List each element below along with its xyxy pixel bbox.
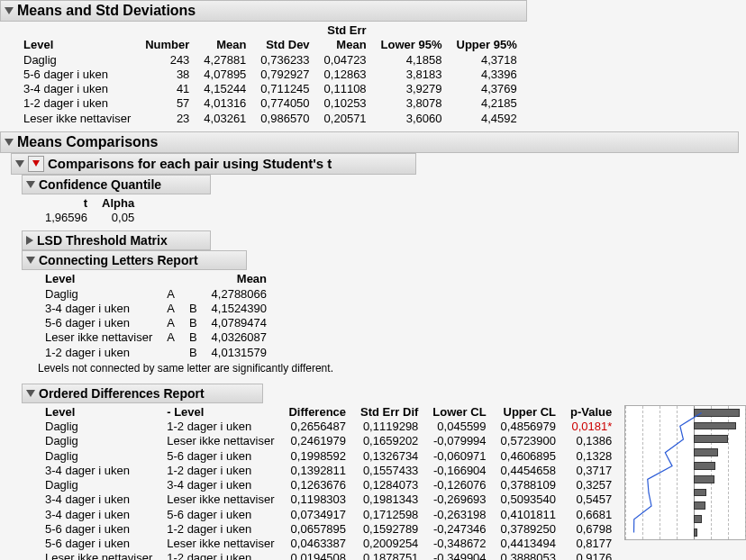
disclosure-icon[interactable]	[26, 181, 35, 188]
cell-diff: 0,0463387	[281, 537, 353, 551]
cell-level: 3-4 dager i uken	[38, 492, 159, 507]
cell-mean: 4,2788066	[205, 287, 274, 302]
cell-letter-a: A	[159, 302, 182, 316]
disclosure-icon[interactable]	[26, 390, 35, 397]
conf-quant-table: t Alpha 1,96596 0,05	[38, 196, 141, 226]
cell-sed: 0,1659202	[353, 434, 425, 448]
cell-pval: 0,9176	[563, 551, 619, 560]
cell-upper: 4,3718	[450, 53, 524, 68]
cell-lcl: -0,079994	[425, 434, 493, 448]
cell-lcl: 0,045599	[425, 420, 493, 434]
section-header-means-comp[interactable]: Means Comparisons	[0, 131, 739, 153]
ordered-table: Level - Level Difference Std Err Dif Low…	[38, 405, 619, 560]
cell-level: 5-6 dager i uken	[38, 316, 159, 330]
cell-stddev: 0,711245	[253, 82, 316, 96]
cell-lcl: -0,060971	[425, 449, 493, 464]
cell-stddev: 0,792927	[253, 68, 316, 82]
disclosure-icon[interactable]	[26, 236, 33, 245]
cell-ucl: 0,5723900	[494, 434, 563, 448]
table-row: DagligLeser ikke nettaviser0,24619790,16…	[38, 434, 619, 448]
cell-minuslevel: 5-6 dager i uken	[159, 508, 281, 522]
cell-sed: 0,1592789	[353, 522, 425, 537]
ordered-diff-chart	[624, 405, 746, 540]
cell-upper: 4,3769	[450, 82, 524, 96]
cell-ucl: 0,4454658	[494, 464, 563, 478]
cell-diff: 0,0194508	[281, 551, 353, 560]
section-title: Confidence Quantile	[39, 177, 161, 192]
cell-number: 41	[138, 82, 196, 96]
disclosure-icon[interactable]	[5, 139, 14, 146]
section-title: LSD Threshold Matrix	[37, 233, 168, 248]
section-header-letters[interactable]: Connecting Letters Report	[22, 250, 247, 270]
cell-level: Daglig	[38, 478, 159, 492]
cell-ucl: 0,3788109	[494, 478, 563, 492]
cell-diff: 0,0657895	[281, 522, 353, 537]
col-mean: Mean	[196, 38, 253, 52]
section-header-pairs-comp[interactable]: Comparisons for each pair using Student'…	[11, 153, 416, 175]
cell-letter-b: B	[182, 346, 205, 360]
cell-lcl: -0,348672	[425, 537, 493, 551]
cell-ucl: 0,4101811	[494, 508, 563, 522]
letters-table: Level Mean DagligA4,27880663-4 dager i u…	[38, 272, 274, 360]
cell-mean: 4,15244	[196, 82, 253, 96]
disclosure-icon[interactable]	[5, 7, 14, 14]
table-row: 3-4 dager i uken1-2 dager i uken0,139281…	[38, 464, 619, 478]
table-row: 3-4 dager i uken414,152440,7112450,11108…	[16, 82, 524, 96]
cell-level: 1-2 dager i uken	[16, 96, 138, 111]
col-number: Number	[138, 38, 196, 52]
cell-sed: 0,1119298	[353, 420, 425, 434]
table-row: 5-6 dager i uken384,078950,7929270,12863…	[16, 68, 524, 82]
col-pval: p-Value	[563, 405, 619, 420]
cell-number: 57	[138, 96, 196, 111]
col-level: Level	[38, 272, 159, 286]
cell-diff: 0,1198303	[281, 492, 353, 507]
letters-content: Level Mean DagligA4,27880663-4 dager i u…	[0, 270, 746, 384]
cell-number: 38	[138, 68, 196, 82]
cell-pval: 0,3717	[563, 464, 619, 478]
section-title: Means Comparisons	[17, 134, 158, 150]
cell-letter-a: A	[159, 316, 182, 330]
col-t: t	[38, 196, 95, 211]
cell-diff: 0,2461979	[281, 434, 353, 448]
cell-pval: 0,6681	[563, 508, 619, 522]
hotspot-icon[interactable]	[28, 156, 44, 172]
cell-sed: 0,1712598	[353, 508, 425, 522]
cell-lower: 3,8078	[374, 96, 450, 111]
cell-ucl: 0,5093540	[494, 492, 563, 507]
cell-sed: 0,1326734	[353, 449, 425, 464]
cell-level: 5-6 dager i uken	[38, 537, 159, 551]
table-row: 5-6 dager i ukenAB4,0789474	[38, 316, 274, 330]
table-row: Daglig1-2 dager i uken0,26564870,1119298…	[38, 420, 619, 434]
cell-sed: 0,1981343	[353, 492, 425, 507]
cell-ucl: 0,3789250	[494, 522, 563, 537]
section-title: Means and Std Deviations	[17, 3, 196, 19]
cell-pval: 0,6798	[563, 522, 619, 537]
col-ucl: Upper CL	[494, 405, 563, 420]
section-header-ordered[interactable]: Ordered Differences Report	[22, 384, 263, 403]
cell-mean: 4,01316	[196, 96, 253, 111]
section-header-lsd[interactable]: LSD Threshold Matrix	[22, 230, 211, 250]
section-header-conf-quant[interactable]: Confidence Quantile	[22, 175, 211, 194]
cell-mean: 4,27881	[196, 53, 253, 68]
cell-sed: 0,1557433	[353, 464, 425, 478]
cell-level: 5-6 dager i uken	[38, 522, 159, 537]
table-row: 3-4 dager i ukenLeser ikke nettaviser0,1…	[38, 492, 619, 507]
table-row: 3-4 dager i ukenAB4,1524390	[38, 302, 274, 316]
cell-lower: 3,9279	[374, 82, 450, 96]
cell-mean: 4,1524390	[205, 302, 274, 316]
val-t: 1,96596	[38, 211, 95, 225]
col-sed: Std Err Dif	[353, 405, 425, 420]
cell-upper: 4,4592	[450, 112, 524, 126]
cell-pval: 0,3257	[563, 478, 619, 492]
cell-minuslevel: Leser ikke nettaviser	[159, 434, 281, 448]
disclosure-icon[interactable]	[26, 257, 35, 264]
cell-minuslevel: 1-2 dager i uken	[159, 464, 281, 478]
cell-ucl: 0,3888053	[494, 551, 563, 560]
disclosure-icon[interactable]	[15, 160, 24, 167]
cell-level: 3-4 dager i uken	[38, 508, 159, 522]
cell-ucl: 0,4606895	[494, 449, 563, 464]
cell-mean: 4,07895	[196, 68, 253, 82]
section-header-means-std[interactable]: Means and Std Deviations	[0, 0, 527, 22]
cell-lower: 3,8183	[374, 68, 450, 82]
chart-ci-lines	[625, 406, 746, 539]
